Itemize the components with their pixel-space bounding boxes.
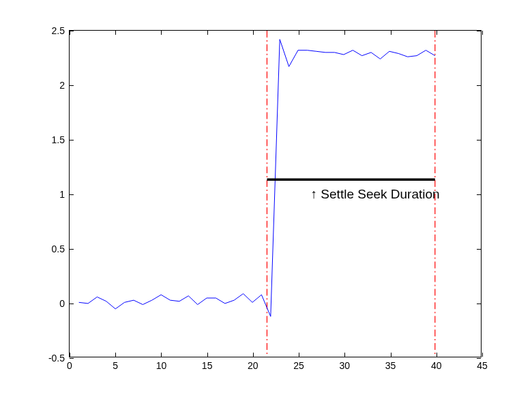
y-tick (477, 194, 481, 195)
settle-seek-annotation: ↑ Settle Seek Duration (311, 187, 440, 202)
y-tick-label: 0.5 (52, 243, 65, 254)
x-tick (70, 353, 70, 357)
x-tick (253, 31, 254, 35)
y-tick-label: 1 (59, 189, 65, 200)
y-tick (70, 31, 74, 31)
x-tick-label: 30 (340, 360, 351, 371)
x-tick-label: 10 (156, 360, 167, 371)
x-tick-label: 40 (431, 360, 442, 371)
x-tick (299, 31, 299, 35)
x-tick (391, 353, 391, 357)
y-tick-label: -0.5 (48, 353, 65, 364)
y-tick-label: 2 (59, 80, 65, 91)
x-tick (115, 31, 116, 35)
figure: 051015202530354045-0.500.511.522.5↑ Sett… (0, 0, 532, 399)
y-tick (477, 304, 481, 304)
y-tick (477, 358, 481, 359)
x-tick (482, 353, 483, 357)
y-tick (477, 140, 481, 141)
y-tick (70, 140, 74, 141)
annotation-label: Settle Seek Duration (321, 187, 439, 201)
x-tick-label: 15 (202, 360, 213, 371)
x-tick (391, 31, 391, 35)
y-tick (477, 85, 481, 86)
y-tick (477, 249, 481, 250)
x-tick-label: 25 (293, 360, 304, 371)
x-tick-label: 5 (113, 360, 118, 371)
y-tick (70, 249, 74, 250)
x-tick (161, 353, 162, 357)
x-tick (482, 31, 483, 35)
y-tick (70, 194, 74, 195)
x-tick (344, 353, 345, 357)
x-tick-label: 45 (477, 360, 488, 371)
y-tick (70, 85, 74, 86)
x-tick (253, 353, 254, 357)
y-tick-label: 1.5 (52, 134, 65, 145)
x-tick-label: 0 (67, 360, 72, 371)
x-tick (299, 353, 299, 357)
y-tick-label: 2.5 (52, 25, 65, 36)
y-tick (477, 31, 481, 31)
x-tick (115, 353, 116, 357)
y-tick-label: 0 (59, 298, 65, 309)
x-tick (344, 31, 345, 35)
x-tick (207, 31, 208, 35)
x-tick-label: 20 (248, 360, 258, 371)
x-tick (437, 31, 437, 35)
y-tick (70, 358, 74, 359)
x-tick (161, 31, 162, 35)
x-tick-label: 35 (385, 360, 396, 371)
x-tick (207, 353, 208, 357)
x-tick (437, 353, 437, 357)
up-arrow-icon: ↑ (311, 187, 318, 201)
axes: 051015202530354045-0.500.511.522.5↑ Sett… (69, 30, 482, 357)
series-line (79, 40, 435, 316)
y-tick (70, 304, 74, 304)
